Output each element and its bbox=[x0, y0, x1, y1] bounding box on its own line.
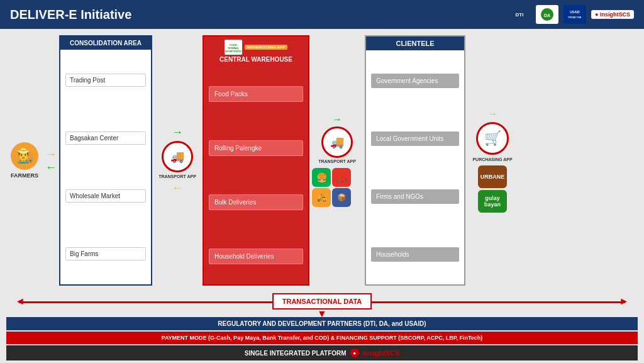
svg-text:USAID: USAID bbox=[570, 10, 580, 14]
purchasing-col: → 🛒 PURCHASING APP URBANE gulay bayan bbox=[468, 35, 517, 286]
list-item: Food Packs bbox=[209, 86, 303, 102]
insight-label: InsightSCS bbox=[363, 349, 400, 357]
transport1-icon: 🚚 bbox=[162, 141, 193, 172]
transactional-arrow-right: ► bbox=[619, 296, 629, 307]
farmer-icon: 👨‍🌾 bbox=[11, 142, 38, 170]
warehouse-block: FOODTERMINALINCORPORATED WAREHOUSING APP… bbox=[203, 35, 309, 286]
arrow-green-2: → bbox=[172, 126, 183, 139]
grabfood-icon: 🍔 bbox=[312, 168, 331, 187]
purchasing-icon: 🛒 bbox=[476, 122, 509, 155]
purchasing-label: PURCHASING APP bbox=[472, 157, 512, 162]
urbane-icon: URBANE bbox=[478, 165, 507, 188]
transport2-icon: 🚚 bbox=[321, 126, 353, 158]
transport1-col: → 🚚 TRANSPORT APP ← bbox=[155, 35, 200, 286]
da-logo: DA bbox=[536, 5, 558, 24]
clientele-items: Government Agencies Local Government Uni… bbox=[366, 50, 464, 284]
bottom-bars: REGULATORY AND DEVELOPMENT PARTNERS (DTI… bbox=[6, 317, 638, 360]
transport2-delivery-col: → 🚚 TRANSPORT APP 🍔 🏎️ 🛵 📦 bbox=[312, 35, 362, 286]
content-area: 👨‍🌾 FARMERS → ← CONSOLIDATION AREA Tradi… bbox=[0, 29, 644, 363]
warehousing-app-badge: WAREHOUSING APP bbox=[245, 45, 287, 50]
arrow-green-3: → bbox=[332, 114, 342, 125]
main-container: DELIVER-E Initiative DTI DA USAIDFROM TH… bbox=[0, 0, 644, 363]
consolidation-items: Trading Post Bagsakan Center Wholesale M… bbox=[60, 50, 151, 284]
list-item: Government Agencies bbox=[371, 74, 459, 88]
warehouse-items: Food Packs Rolling Palengke Bulk Deliver… bbox=[204, 66, 308, 284]
svg-text:FROM THE: FROM THE bbox=[569, 16, 582, 19]
usaid-logo: USAIDFROM THE bbox=[564, 5, 586, 24]
insight-circle-icon: ● bbox=[350, 349, 359, 357]
platform-label: SINGLE INTEGRATED PLATFORM bbox=[245, 350, 347, 357]
arrow-yellow-3: → bbox=[487, 108, 497, 120]
lalamove-icon: 🏎️ bbox=[332, 168, 351, 187]
warehouse-title: CENTRAL WAREHOUSE bbox=[219, 56, 292, 63]
transport2-label: TRANSPORT APP bbox=[318, 159, 356, 164]
header-logos: DTI DA USAIDFROM THE ● InsightSCS bbox=[508, 5, 634, 24]
svg-text:DA: DA bbox=[544, 13, 550, 18]
list-item: Household Deliveries bbox=[209, 249, 303, 264]
list-item: Rolling Palengke bbox=[209, 140, 303, 156]
arrow-farmers-consolidation: → ← bbox=[45, 35, 57, 286]
farmers-column: 👨‍🌾 FARMERS bbox=[6, 35, 43, 286]
diagram: 👨‍🌾 FARMERS → ← CONSOLIDATION AREA Tradi… bbox=[6, 33, 638, 286]
bar-payment: PAYMENT MODE (G-Cash, Pay Maya, Bank Tra… bbox=[6, 332, 638, 344]
svg-text:TERMINAL: TERMINAL bbox=[228, 47, 240, 50]
transactional-arrow-down: ▼ bbox=[317, 308, 327, 320]
svg-text:FOOD: FOOD bbox=[230, 43, 237, 47]
arrow-green-1: ← bbox=[45, 162, 57, 173]
angkas-icon: 🛵 bbox=[312, 188, 331, 207]
clientele-block: CLIENTELE Government Agencies Local Gove… bbox=[365, 35, 465, 286]
transactional-row: ◄ TRANSACTIONAL DATA ► ▼ bbox=[6, 289, 638, 313]
arrow-yellow-2: ← bbox=[172, 182, 183, 195]
list-item: Firms and NGOs bbox=[371, 189, 459, 204]
list-item: Local Government Units bbox=[371, 131, 459, 146]
header-title: DELIVER-E Initiative bbox=[10, 8, 131, 22]
list-item: Wholesale Market bbox=[65, 189, 146, 203]
delivery-app-icons: 🍔 🏎️ 🛵 📦 bbox=[312, 168, 362, 207]
consolidation-header: CONSOLIDATION AREA bbox=[60, 36, 151, 50]
transactional-badge: TRANSACTIONAL DATA bbox=[272, 293, 372, 310]
transactional-arrow-left: ◄ bbox=[15, 296, 25, 307]
list-item: Households bbox=[371, 247, 459, 262]
svg-rect-2 bbox=[566, 7, 584, 22]
fti-logo: FOODTERMINALINCORPORATED bbox=[225, 40, 242, 55]
insight-logo: ● InsightSCS bbox=[591, 10, 634, 19]
header: DELIVER-E Initiative DTI DA USAIDFROM TH… bbox=[0, 0, 644, 29]
arrow-yellow-1: → bbox=[45, 148, 57, 160]
warehouse-header: FOODTERMINALINCORPORATED WAREHOUSING APP… bbox=[204, 36, 308, 66]
clientele-header: CLIENTELE bbox=[366, 36, 464, 50]
consolidation-block: CONSOLIDATION AREA Trading Post Bagsakan… bbox=[59, 35, 152, 286]
warehouse-logos: FOODTERMINALINCORPORATED WAREHOUSING APP bbox=[225, 40, 287, 55]
list-item: Big Farms bbox=[65, 247, 146, 260]
farmer-label: FARMERS bbox=[11, 172, 38, 179]
transactional-label: TRANSACTIONAL DATA bbox=[282, 298, 362, 305]
list-item: Trading Post bbox=[65, 74, 146, 87]
gulay-bayan-icon: gulay bayan bbox=[478, 190, 507, 213]
list-item: Bagsakan Center bbox=[65, 131, 146, 145]
partner-app-icons: URBANE gulay bayan bbox=[478, 165, 507, 213]
transport1-label: TRANSPORT APP bbox=[158, 174, 196, 179]
bar-platform: SINGLE INTEGRATED PLATFORM ● InsightSCS bbox=[6, 345, 638, 360]
list-item: Bulk Deliveries bbox=[209, 194, 303, 210]
other-app-icon: 📦 bbox=[332, 188, 351, 207]
dti-logo: DTI bbox=[508, 5, 531, 24]
svg-text:INCORPORATED: INCORPORATED bbox=[225, 50, 242, 53]
